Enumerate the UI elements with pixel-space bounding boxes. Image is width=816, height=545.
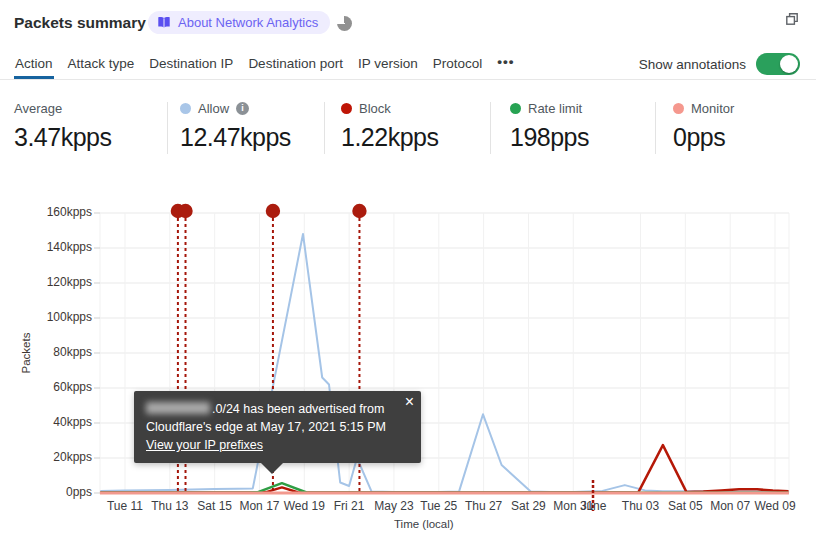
book-icon xyxy=(157,16,171,29)
y-tick-label: 20kpps xyxy=(32,450,92,464)
legend-dot xyxy=(341,103,352,114)
tab-ip-version[interactable]: IP version xyxy=(357,50,419,79)
stat-average: Average3.47kpps xyxy=(14,100,111,152)
stat-label: Average xyxy=(14,101,62,116)
tab-destination-port[interactable]: Destination port xyxy=(247,50,344,79)
tooltip-line2: Cloudflare's edge at May 17, 2021 5:15 P… xyxy=(146,418,395,436)
stat-value: 1.22kpps xyxy=(341,123,438,152)
stat-value: 0pps xyxy=(673,123,734,152)
tab-list: ActionAttack typeDestination IPDestinati… xyxy=(14,50,515,79)
tab-more[interactable]: ••• xyxy=(496,50,515,79)
tab-protocol[interactable]: Protocol xyxy=(432,50,484,79)
stat-divider xyxy=(167,102,168,154)
stat-divider xyxy=(324,102,325,154)
annotation-dot[interactable] xyxy=(178,204,192,218)
tabs-bar: ActionAttack typeDestination IPDestinati… xyxy=(0,50,816,80)
stat-label: Monitor xyxy=(691,101,734,116)
redacted-ip-blur xyxy=(146,402,210,414)
y-axis-title: Packets xyxy=(20,318,32,388)
packets-time-series-chart[interactable] xyxy=(0,0,816,545)
stat-divider xyxy=(655,102,656,154)
annotation-dot[interactable] xyxy=(266,204,280,218)
legend-dot xyxy=(510,103,521,114)
tooltip-line1: .0/24 has been advertised from xyxy=(146,400,395,418)
stat-value: 12.47kpps xyxy=(180,123,291,152)
stat-monitor: Monitor0pps xyxy=(673,100,734,152)
tab-action[interactable]: Action xyxy=(14,50,54,79)
x-tick-label: Wed 09 xyxy=(740,499,810,513)
tab-destination-ip[interactable]: Destination IP xyxy=(148,50,234,79)
y-tick-label: 160kpps xyxy=(32,205,92,219)
stat-allow: Allowi12.47kpps xyxy=(180,100,291,152)
show-annotations-toggle[interactable] xyxy=(756,53,800,75)
info-icon[interactable]: i xyxy=(236,102,249,115)
pie-chart-icon[interactable] xyxy=(337,16,352,31)
window-restore-icon[interactable] xyxy=(784,11,800,27)
tab-attack-type[interactable]: Attack type xyxy=(67,50,136,79)
stat-label: Block xyxy=(359,101,391,116)
y-tick-label: 80kpps xyxy=(32,345,92,359)
tooltip-caret xyxy=(261,463,283,474)
stats-row: Average3.47kppsAllowi12.47kppsBlock1.22k… xyxy=(0,98,816,162)
y-tick-label: 40kpps xyxy=(32,415,92,429)
x-axis-title: Time (local) xyxy=(394,518,454,530)
network-analytics-panel: Packets summary About Network Analytics … xyxy=(0,0,816,545)
y-tick-label: 120kpps xyxy=(32,275,92,289)
stat-divider xyxy=(490,102,491,154)
y-tick-label: 140kpps xyxy=(32,240,92,254)
badge-label: About Network Analytics xyxy=(178,15,318,30)
stat-value: 3.47kpps xyxy=(14,123,111,152)
stat-block: Block1.22kpps xyxy=(341,100,438,152)
stat-rate-limit: Rate limit198pps xyxy=(510,100,589,152)
show-annotations-label: Show annotations xyxy=(639,57,746,72)
view-ip-prefixes-link[interactable]: View your IP prefixes xyxy=(146,438,263,452)
close-icon[interactable]: × xyxy=(405,394,414,410)
toggle-knob xyxy=(780,55,798,73)
legend-dot xyxy=(673,103,684,114)
annotation-tooltip: × .0/24 has been advertised from Cloudfl… xyxy=(134,391,421,463)
legend-dot xyxy=(180,103,191,114)
y-tick-label: 60kpps xyxy=(32,380,92,394)
y-tick-label: 100kpps xyxy=(32,310,92,324)
stat-label: Rate limit xyxy=(528,101,582,116)
stat-label: Allow xyxy=(198,101,229,116)
annotation-dot[interactable] xyxy=(352,204,366,218)
about-network-analytics-badge[interactable]: About Network Analytics xyxy=(148,11,330,34)
stat-value: 198pps xyxy=(510,123,589,152)
page-title: Packets summary xyxy=(14,14,146,32)
y-tick-label: 0pps xyxy=(32,485,92,499)
